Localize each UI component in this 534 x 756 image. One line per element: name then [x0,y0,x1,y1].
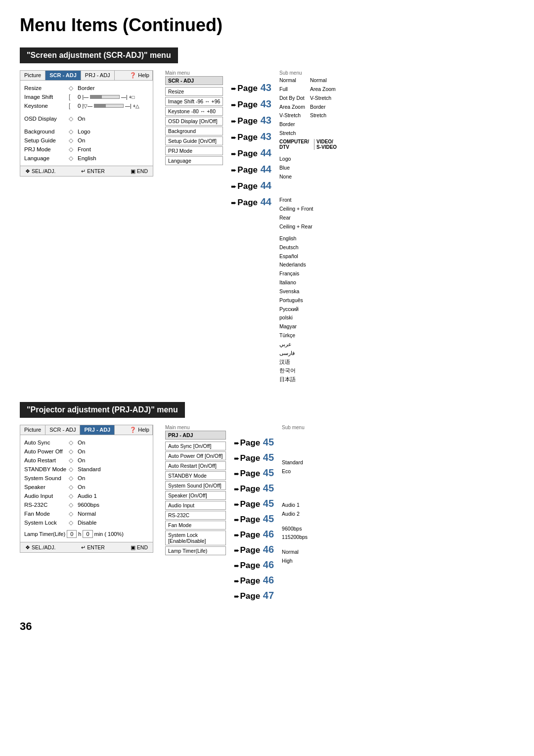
row-setup-guide: Setup Guide ◇ On [24,136,149,145]
sub-item-vstretch: V-Stretch [279,111,305,120]
main-menu-area: Main menu SCR - ADJ Resize Image Shift -… [165,70,223,165]
lang-nederlands: Nederlands [279,261,337,269]
prj-sel-adj: ❖ SEL./ADJ. [25,544,55,550]
prj-end-btn: ▣ END [131,544,148,550]
sel-adj: ❖ SEL./ADJ. [25,168,55,174]
scr-adj-section: "Screen adjustment (SCR-ADJ)" menu Pictu… [20,47,514,384]
prj-audioinput-box: Audio Input [165,501,226,510]
page-arrow-44-2: ➨ Page 44 [231,164,271,175]
resize-video-group: Normal Area Zoom V-Stretch Border Stretc… [310,76,336,138]
lang-polski: polski [279,313,337,322]
tab-scr-adj[interactable]: SCR - ADJ [45,71,81,80]
prj-enter-btn: ↵ ENTER [81,544,105,550]
prj-tab-prj-adj[interactable]: PRJ - ADJ [80,425,115,435]
prj-page-arrow-45-3: ➨ Page 45 [234,467,274,479]
row-prj-mode: PRJ Mode ◇ Front [24,145,149,154]
page-arrow-43-2: ➨ Page 43 [231,98,271,110]
lang-english: English [279,234,337,243]
fan-mode-sub: Normal High [282,548,308,566]
prj-page-arrow-45-1: ➨ Page 45 [234,437,274,448]
tab-picture[interactable]: Picture [20,71,45,80]
prj-tab-help[interactable]: ❓ Help [127,425,153,435]
resize-video-list: Normal Area Zoom V-Stretch Border Stretc… [310,76,336,120]
standby-sub: Standard Eco [282,458,308,476]
lamp-timer-row: Lamp Timer(Life) 0 h 0 min ( 100%) [24,529,149,539]
prj-mode-sub: Front Ceiling + Front Rear Ceiling + Rea… [279,196,337,231]
main-menu-label: Main menu [165,70,223,76]
prj-row-syslock: System Lock ◇ Disable [24,518,149,527]
audio-input-list: Audio 1 Audio 2 [282,501,308,519]
prj-row-audioinput: Audio Input ◇ Audio 1 [24,491,149,500]
page-arrow-43-4: ➨ Page 43 [231,131,271,142]
prj-ceiling-front: Ceiling + Front [279,205,337,214]
lang-deutsch: Deutsch [279,243,337,252]
audio-input-sub: Audio 1 Audio 2 [282,501,308,519]
background-sub: Logo Blue None [279,155,337,181]
prj-row-speaker: Speaker ◇ On [24,483,149,491]
scr-keystone-box: Keystone -80 ↔ +80 [165,107,223,116]
prj-speaker-box: Speaker [On/Off] [165,491,226,500]
standby-eco: Eco [282,467,308,476]
sub-item-vn-vstretch: V-Stretch [310,94,336,103]
prj-main-menu-area: Main menu PRJ - ADJ Auto Sync [On/Off] A… [165,425,226,555]
prj-page-arrow-45-5: ➨ Page 45 [234,498,274,509]
prj-panel-body: Auto Sync ◇ On Auto Power Off ◇ On Auto … [20,435,153,542]
prj-standby-box: STANDBY Mode [165,471,226,480]
page-arrow-44-1: ➨ Page 44 [231,147,271,159]
audio1: Audio 1 [282,501,308,510]
scr-background-box: Background [165,127,223,135]
audio2: Audio 2 [282,510,308,519]
keystone-slider[interactable] [94,104,124,108]
prj-page-arrow-45-2: ➨ Page 45 [234,452,274,463]
lang-italiano: Italiano [279,278,337,287]
bottom-page-number: 36 [20,620,514,633]
prj-rear: Rear [279,214,337,222]
tab-prj-adj[interactable]: PRJ - ADJ [81,71,115,80]
resize-computer-list: Normal Full Dot By Dot Area Zoom V-Stret… [279,76,305,138]
lang-chinese: 汉语 [279,358,337,367]
page-arrow-44-3: ➨ Page 44 [231,180,271,191]
prj-sub-menu-area: Sub menu Standard Eco Audio 1 Audio 2 [282,425,308,566]
prj-main-menu-label: Main menu [165,425,226,430]
prj-panel-footer: ❖ SEL./ADJ. ↵ ENTER ▣ END [20,542,153,552]
prj-front: Front [279,196,337,205]
prj-autosync-box: Auto Sync [On/Off] [165,442,226,450]
row-osd-display: OSD Display ◇ On [24,114,149,123]
row-keystone: Keystone [ 0 |▽——| +△ [24,101,149,110]
prj-row-rs232c: RS-232C ◇ 9600bps [24,500,149,509]
prj-tab-scr-adj[interactable]: SCR - ADJ [45,425,80,435]
standby-list: Standard Eco [282,458,308,476]
lang-korean: 한국어 [279,366,337,375]
tab-help[interactable]: ❓ Help [127,71,153,80]
bg-blue: Blue [279,164,337,173]
prj-page-arrow-46-3: ➨ Page 46 [234,559,274,571]
bg-none: None [279,173,337,181]
fan-mode-list: Normal High [282,548,308,566]
sub-item-border: Border [279,120,305,129]
lang-portugues: Português [279,296,337,305]
lang-russian: Русский [279,305,337,314]
prj-page-arrow-46-2: ➨ Page 46 [234,544,274,555]
row-resize: Resize ◇ Border [24,84,149,92]
lang-turkce: Türkçe [279,331,337,340]
standby-standard: Standard [282,458,308,467]
prj-adj-main-box: PRJ - ADJ [165,431,226,440]
prj-page-arrow-46-1: ➨ Page 46 [234,529,274,540]
scr-setupguide-box: Setup Guide [On/Off] [165,136,223,145]
row-language: Language ◇ English [24,154,149,163]
image-shift-slider[interactable] [90,95,120,99]
scr-adj-main-box: SCR - ADJ [165,76,223,85]
sub-item-vn-border: Border [310,103,336,112]
resize-labels: COMPUTER/DTV VIDEO/S-VIDEO [279,139,337,150]
bps-115200: 115200bps [282,533,308,542]
lang-magyar: Magyar [279,322,337,331]
scr-adj-header: "Screen adjustment (SCR-ADJ)" menu [20,47,178,63]
prj-syslock-box: System Lock [Enable/Disable] [165,531,226,545]
rs232c-list: 9600bps 115200bps [282,525,308,542]
prj-lamptimer-box: Lamp Timer(Life) [165,546,226,555]
prj-tab-picture[interactable]: Picture [20,425,45,435]
scr-adj-panel: Picture SCR - ADJ PRJ - ADJ ❓ Help Resiz… [20,70,153,177]
scr-osd-box: OSD Display [On/Off] [165,117,223,126]
prj-row-fanmode: Fan Mode ◇ Normal [24,509,149,518]
prj-syssound-box: System Sound [On/Off] [165,481,226,490]
